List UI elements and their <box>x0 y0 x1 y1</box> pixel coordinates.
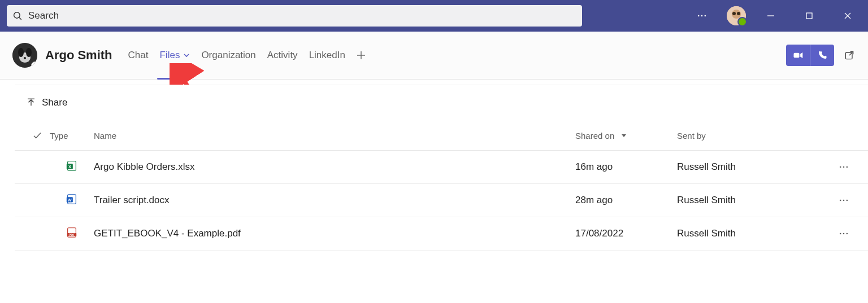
chat-header: Argo Smith Chat Files Organization Activ… <box>0 32 868 80</box>
tab-activity-label: Activity <box>267 50 298 61</box>
more-icon <box>838 195 849 206</box>
window-close-button[interactable] <box>834 2 861 29</box>
svg-point-17 <box>24 57 26 59</box>
svg-point-0 <box>14 12 20 19</box>
file-sent-by: Russell Smith <box>677 228 736 239</box>
svg-point-15 <box>18 48 24 57</box>
tab-files-label: Files <box>159 50 180 61</box>
svg-point-2 <box>698 15 700 17</box>
svg-marker-28 <box>622 134 626 137</box>
sort-desc-icon <box>621 133 627 138</box>
file-more-button[interactable] <box>830 161 858 173</box>
more-icon <box>838 161 849 173</box>
svg-point-44 <box>840 233 841 235</box>
svg-point-7 <box>732 12 736 15</box>
file-row[interactable]: PDFGETIT_EBOOK_V4 - Example.pdf17/08/202… <box>15 217 868 251</box>
phone-icon <box>817 50 827 60</box>
file-name: Argo Kibble Orders.xlsx <box>94 161 195 172</box>
video-call-button[interactable] <box>786 45 810 66</box>
column-header-sent-by[interactable]: Sent by <box>677 131 706 140</box>
svg-point-46 <box>847 233 848 235</box>
svg-rect-10 <box>806 13 812 19</box>
svg-text:X: X <box>68 164 71 169</box>
call-button-group <box>786 45 834 66</box>
search-input[interactable] <box>27 10 582 22</box>
tab-linkedin[interactable]: LinkedIn <box>303 32 351 79</box>
tab-organization-label: Organization <box>201 50 255 61</box>
column-header-type[interactable]: Type <box>50 131 68 140</box>
title-bar <box>0 0 868 32</box>
more-options-button[interactable] <box>688 2 715 29</box>
svg-point-8 <box>737 12 740 15</box>
add-tab-button[interactable] <box>351 32 371 79</box>
contact-avatar[interactable] <box>12 43 37 68</box>
window-maximize-button[interactable] <box>796 2 823 29</box>
current-user-avatar[interactable] <box>727 6 746 25</box>
file-more-button[interactable] <box>830 195 858 206</box>
svg-point-39 <box>843 200 845 201</box>
svg-point-40 <box>847 200 848 201</box>
svg-line-1 <box>19 17 21 20</box>
svg-point-33 <box>843 166 845 168</box>
contact-name: Argo Smith <box>45 48 112 63</box>
file-more-button[interactable] <box>830 228 858 239</box>
svg-point-45 <box>843 233 845 235</box>
file-sent-by: Russell Smith <box>677 195 736 205</box>
tab-chat[interactable]: Chat <box>123 32 154 79</box>
pop-out-button[interactable] <box>841 47 858 64</box>
svg-point-4 <box>705 15 706 17</box>
files-panel: Share Type Name Shared on Sent by XArgo … <box>15 85 868 303</box>
share-button-label: Share <box>42 97 67 108</box>
tab-organization[interactable]: Organization <box>196 32 261 79</box>
file-row[interactable]: WTrailer script.docx28m agoRussell Smith <box>15 184 868 217</box>
file-shared-on: 16m ago <box>575 161 613 172</box>
tab-chat-label: Chat <box>128 50 149 61</box>
file-type-word-icon: W <box>66 192 78 209</box>
share-button[interactable]: Share <box>15 85 868 121</box>
column-header-shared-on[interactable]: Shared on <box>575 131 627 140</box>
window-minimize-button[interactable] <box>757 2 784 29</box>
tab-activity[interactable]: Activity <box>262 32 303 79</box>
tab-files[interactable]: Files <box>154 32 196 79</box>
svg-rect-20 <box>794 53 800 58</box>
file-name: Trailer script.docx <box>94 195 170 205</box>
svg-point-38 <box>840 200 841 201</box>
svg-point-3 <box>701 15 703 17</box>
search-box[interactable] <box>7 5 582 27</box>
search-icon <box>12 11 23 21</box>
file-shared-on: 28m ago <box>575 195 613 205</box>
plus-icon <box>357 51 366 60</box>
files-list: XArgo Kibble Orders.xlsx16m agoRussell S… <box>15 151 868 251</box>
presence-offline-icon <box>31 62 37 68</box>
more-icon <box>838 228 849 239</box>
file-name: GETIT_EBOOK_V4 - Example.pdf <box>94 228 241 239</box>
file-sent-by: Russell Smith <box>677 161 736 172</box>
chevron-down-icon <box>183 52 190 59</box>
chat-tabs: Chat Files Organization Activity LinkedI… <box>123 32 371 79</box>
pop-out-icon <box>844 50 855 61</box>
svg-point-16 <box>26 48 32 57</box>
presence-available-icon <box>737 17 747 27</box>
share-upload-icon <box>26 98 36 108</box>
file-type-pdf-icon: PDF <box>66 226 78 242</box>
checkmark-icon <box>32 130 42 140</box>
files-list-header: Type Name Shared on Sent by <box>15 121 868 151</box>
audio-call-button[interactable] <box>810 45 834 66</box>
file-row[interactable]: XArgo Kibble Orders.xlsx16m agoRussell S… <box>15 151 868 184</box>
svg-text:W: W <box>68 197 72 202</box>
file-type-excel-icon: X <box>66 159 78 175</box>
tab-linkedin-label: LinkedIn <box>309 50 345 61</box>
video-icon <box>792 50 804 61</box>
svg-marker-21 <box>800 52 802 58</box>
column-header-shared-on-label: Shared on <box>575 131 614 140</box>
svg-point-34 <box>847 166 848 168</box>
svg-point-32 <box>840 166 841 168</box>
column-header-name[interactable]: Name <box>94 131 116 140</box>
file-shared-on: 17/08/2022 <box>575 228 623 239</box>
svg-text:PDF: PDF <box>69 232 76 236</box>
